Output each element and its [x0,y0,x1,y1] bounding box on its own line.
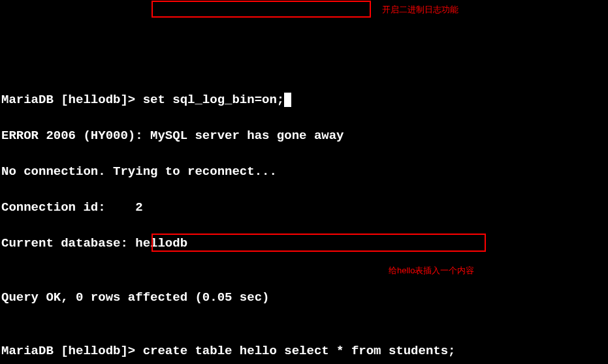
output-line: No connection. Trying to reconnect... [1,163,607,181]
output-line: ERROR 2006 (HY000): MySQL server has gon… [1,127,607,145]
prompt: MariaDB [hellodb]> [1,344,143,358]
output-line: Connection id: 2 [1,199,607,217]
highlight-box-1 [152,1,371,18]
output-line: Query OK, 0 rows affected (0.05 sec) [1,289,607,307]
terminal-output[interactable]: MariaDB [hellodb]> set sql_log_bin=on; E… [1,73,607,364]
command-text: create table hello select * from student… [143,344,456,358]
prompt: MariaDB [hellodb]> [1,93,143,107]
output-line: Current database: hellodb [1,235,607,253]
annotation-label-1: 开启二进制日志功能 [382,4,458,16]
command-text: set sql_log_bin=on; [143,93,285,107]
annotation-label-2: 给hello表插入一个内容 [389,265,474,277]
cursor-icon [284,93,291,107]
